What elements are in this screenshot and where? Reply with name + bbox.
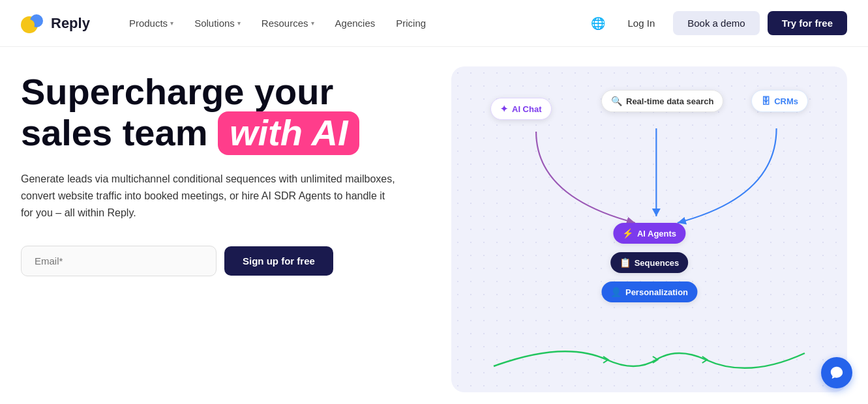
sequence-icon: 📋 <box>620 257 631 268</box>
agent-icon: ⚡ <box>622 228 633 238</box>
database-icon: 🗄 <box>761 96 770 106</box>
navbar: Reply Products ▾ Solutions ▾ Resources ▾… <box>0 0 868 47</box>
nav-products[interactable]: Products ▾ <box>121 12 181 34</box>
logo[interactable]: Reply <box>21 12 90 35</box>
badge-sequences: 📋 Sequences <box>610 252 689 273</box>
nav-resources[interactable]: Resources ▾ <box>254 12 322 34</box>
hero-highlight: with AI <box>218 111 359 155</box>
signup-form: Sign up for free <box>21 246 425 276</box>
search-icon: 🔍 <box>611 96 622 106</box>
hero-description: Generate leads via multichannel conditio… <box>21 171 399 222</box>
nav-agencies[interactable]: Agencies <box>327 12 383 34</box>
chevron-down-icon: ▾ <box>237 20 241 27</box>
chevron-down-icon: ▾ <box>311 20 314 27</box>
email-input[interactable] <box>21 246 217 276</box>
nav-solutions[interactable]: Solutions ▾ <box>187 12 248 34</box>
hero-left: Supercharge your sales team with AI Gene… <box>21 73 425 276</box>
person-icon: 👤 <box>610 287 621 297</box>
badge-crms: 🗄 CRMs <box>751 90 808 112</box>
badge-ai-chat: ✦ AI Chat <box>490 98 552 120</box>
signup-button[interactable]: Sign up for free <box>224 246 333 276</box>
chat-support-button[interactable] <box>821 357 852 388</box>
hero-diagram: ✦ AI Chat 🔍 Real-time data search 🗄 CRMs… <box>451 66 847 392</box>
try-free-button[interactable]: Try for free <box>768 11 847 35</box>
language-button[interactable]: 🌐 <box>586 12 610 35</box>
nav-right: 🌐 Log In Book a demo Try for free <box>586 11 847 35</box>
badge-realtime: 🔍 Real-time data search <box>601 90 723 112</box>
svg-point-2 <box>24 20 35 30</box>
badge-ai-agents: ⚡ AI Agents <box>613 223 685 244</box>
chat-icon <box>830 366 844 380</box>
login-button[interactable]: Log In <box>618 12 666 34</box>
logo-icon <box>21 12 44 35</box>
brand-name: Reply <box>51 15 90 32</box>
diagram-area: ✦ AI Chat 🔍 Real-time data search 🗄 CRMs… <box>451 66 847 392</box>
chat-icon: ✦ <box>500 104 508 114</box>
book-demo-button[interactable]: Book a demo <box>673 11 759 35</box>
nav-pricing[interactable]: Pricing <box>388 12 434 34</box>
chevron-down-icon: ▾ <box>170 20 173 27</box>
badge-personalization: 👤 Personalization <box>601 281 697 302</box>
nav-links: Products ▾ Solutions ▾ Resources ▾ Agenc… <box>121 12 586 34</box>
hero-title: Supercharge your sales team with AI <box>21 73 425 155</box>
hero-section: Supercharge your sales team with AI Gene… <box>0 47 868 392</box>
